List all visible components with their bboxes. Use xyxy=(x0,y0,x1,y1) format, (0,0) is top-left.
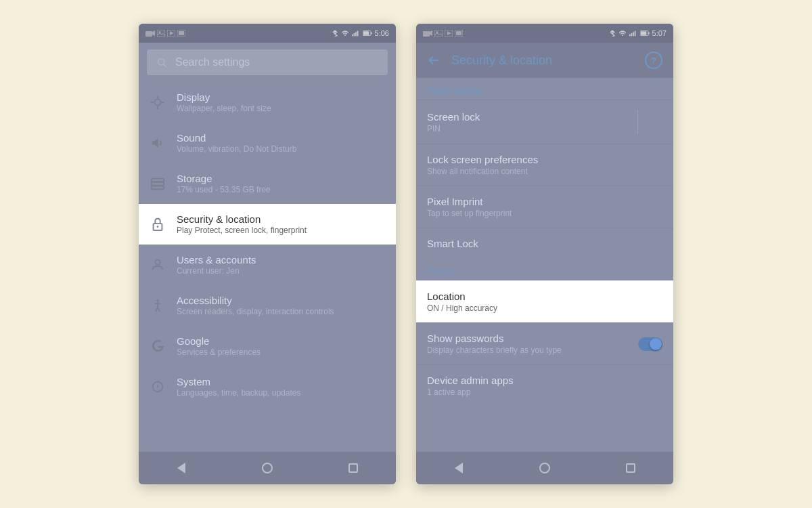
right-phone: 5:07 Security & location ? Device securi… xyxy=(416,24,673,484)
svg-line-33 xyxy=(158,308,160,312)
search-bar[interactable]: Search settings xyxy=(147,49,388,75)
nav-bar-left xyxy=(139,452,396,484)
svg-point-29 xyxy=(156,299,159,302)
help-icon: ? xyxy=(651,56,656,66)
nav-recents-button-right[interactable] xyxy=(621,458,641,478)
show-passwords-title: Show passwords xyxy=(427,333,562,344)
display-subtitle: Wallpaper, sleep, font size xyxy=(177,104,271,113)
nav-home-icon xyxy=(262,463,273,473)
bluetooth-icon xyxy=(332,30,338,37)
show-passwords-toggle[interactable] xyxy=(638,337,662,351)
status-bar-right: 5:07 xyxy=(416,24,673,43)
users-icon xyxy=(150,257,166,273)
svg-line-16 xyxy=(164,64,166,67)
storage-title: Storage xyxy=(177,173,271,184)
nav-recents-button[interactable] xyxy=(343,458,363,478)
nav-back-icon-right xyxy=(455,463,463,473)
smart-lock-text: Smart Lock xyxy=(427,238,478,249)
svg-rect-46 xyxy=(629,35,631,37)
svg-rect-0 xyxy=(145,31,152,37)
sound-title: Sound xyxy=(177,132,296,144)
signal-icon xyxy=(352,30,360,37)
sound-icon xyxy=(150,135,166,151)
svg-rect-14 xyxy=(363,31,368,35)
settings-item-sound[interactable]: Sound Volume, vibration, Do Not Disturb xyxy=(139,123,396,163)
screen-lock-row[interactable]: Screen lock PIN xyxy=(416,100,673,144)
battery-icon-right xyxy=(640,30,650,37)
accessibility-text: Accessibility Screen readers, display, i… xyxy=(177,295,334,316)
help-button[interactable]: ? xyxy=(645,51,662,69)
svg-rect-23 xyxy=(152,179,164,182)
lock-screen-prefs-item[interactable]: Lock screen preferences Show all notific… xyxy=(416,144,673,186)
display-text: Display Wallpaper, sleep, font size xyxy=(177,91,271,113)
right-screen-content: Device security Screen lock PIN Lock sc xyxy=(416,78,673,484)
nav-home-icon-right xyxy=(539,463,550,473)
screen-lock-gear-button[interactable] xyxy=(644,112,662,131)
svg-rect-9 xyxy=(353,33,355,36)
display-title: Display xyxy=(177,91,271,103)
privacy-label: Privacy xyxy=(416,259,673,280)
left-screen-content: Search settings Display Wallpaper, s xyxy=(139,43,396,484)
screen-lock-text: Screen lock PIN xyxy=(427,111,632,133)
svg-rect-51 xyxy=(648,32,649,35)
battery-icon xyxy=(363,30,372,37)
svg-rect-8 xyxy=(352,35,353,37)
svg-rect-2 xyxy=(157,30,165,37)
svg-rect-52 xyxy=(640,31,646,35)
nav-back-button-right[interactable] xyxy=(449,458,469,478)
smart-lock-item[interactable]: Smart Lock xyxy=(416,228,673,259)
device-admin-subtitle: 1 active app xyxy=(427,387,514,397)
status-left-icons xyxy=(145,30,185,37)
accessibility-icon xyxy=(150,297,166,314)
svg-rect-10 xyxy=(355,32,357,36)
search-placeholder: Search settings xyxy=(175,56,250,68)
location-text: Location ON / High accuracy xyxy=(427,291,497,313)
settings-item-accessibility[interactable]: Accessibility Screen readers, display, i… xyxy=(139,285,396,326)
settings-item-display[interactable]: Display Wallpaper, sleep, font size xyxy=(139,82,396,123)
nav-back-icon xyxy=(177,463,185,473)
screen-lock-title: Screen lock xyxy=(427,111,632,123)
settings-item-google[interactable]: Google Services & preferences xyxy=(139,326,396,366)
status-time-left: 5:06 xyxy=(375,29,389,37)
lock-screen-text: Lock screen preferences Show all notific… xyxy=(427,154,538,176)
users-subtitle: Current user: Jen xyxy=(177,266,256,276)
pixel-imprint-text: Pixel Imprint Tap to set up fingerprint xyxy=(427,196,512,218)
storage-subtitle: 17% used - 53.35 GB free xyxy=(177,185,271,194)
status-bar-left: 5:06 xyxy=(139,24,396,43)
settings-item-security[interactable]: Security & location Play Protect, screen… xyxy=(139,204,396,245)
device-admin-apps-item[interactable]: Device admin apps 1 active app xyxy=(416,364,673,406)
show-passwords-subtitle: Display characters briefly as you type xyxy=(427,345,562,355)
sound-subtitle: Volume, vibration, Do Not Disturb xyxy=(177,144,296,154)
users-text: Users & accounts Current user: Jen xyxy=(177,254,256,276)
location-item[interactable]: Location ON / High accuracy xyxy=(416,280,673,322)
phone-icon xyxy=(177,30,185,37)
search-icon xyxy=(156,57,167,68)
settings-item-users[interactable]: Users & accounts Current user: Jen xyxy=(139,245,396,285)
vertical-divider xyxy=(637,110,638,134)
security-icon xyxy=(150,216,166,232)
security-title: Security & location xyxy=(177,213,307,225)
google-subtitle: Services & preferences xyxy=(177,347,261,357)
header-bar: Security & location ? xyxy=(416,43,673,78)
nav-back-button[interactable] xyxy=(171,458,191,478)
nav-home-button[interactable] xyxy=(257,458,277,478)
play-icon-right xyxy=(445,30,453,37)
location-title: Location xyxy=(427,291,497,302)
wifi-icon xyxy=(341,30,349,37)
media-icon xyxy=(145,30,155,37)
show-passwords-text: Show passwords Display characters briefl… xyxy=(427,333,562,355)
image-icon xyxy=(157,30,165,37)
show-passwords-item[interactable]: Show passwords Display characters briefl… xyxy=(416,322,673,364)
status-time-right: 5:07 xyxy=(652,29,667,37)
svg-marker-39 xyxy=(430,30,432,36)
pixel-imprint-item[interactable]: Pixel Imprint Tap to set up fingerprint xyxy=(416,186,673,228)
settings-item-system[interactable]: System Languages, time, backup, updates xyxy=(139,366,396,407)
settings-item-storage[interactable]: Storage 17% used - 53.35 GB free xyxy=(139,163,396,204)
nav-home-button-right[interactable] xyxy=(535,458,555,478)
svg-point-17 xyxy=(154,99,160,105)
bluetooth-icon-right xyxy=(609,30,616,37)
header-back-button[interactable] xyxy=(427,54,441,67)
svg-rect-24 xyxy=(152,182,164,186)
storage-text: Storage 17% used - 53.35 GB free xyxy=(177,173,271,194)
nav-recents-icon xyxy=(348,463,358,473)
